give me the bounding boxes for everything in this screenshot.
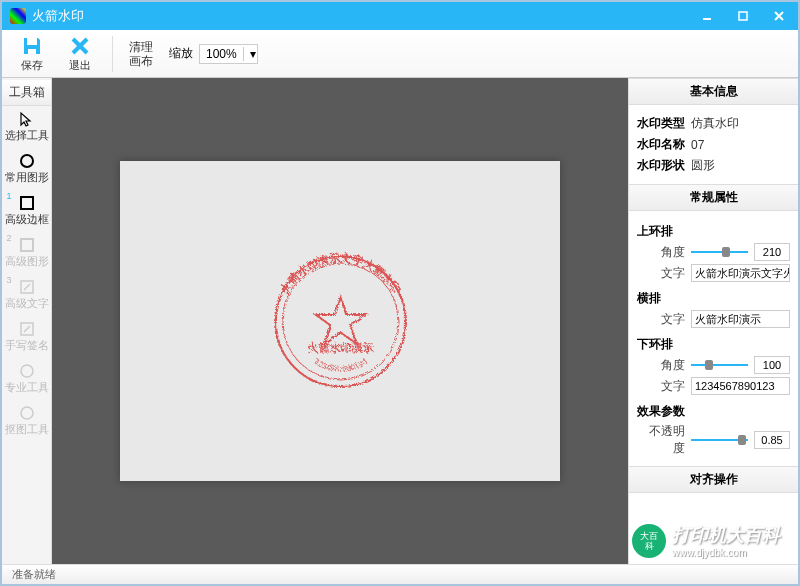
top-angle-input[interactable]: 210 bbox=[754, 243, 790, 261]
top-text-input[interactable]: 火箭水印演示文字火箭水印 bbox=[691, 264, 790, 282]
tool-common-shapes[interactable]: 常用图形 bbox=[3, 148, 51, 190]
wm-type-label: 水印类型 bbox=[637, 115, 691, 132]
align-ops-header: 对齐操作 bbox=[629, 466, 798, 493]
status-bar: 准备就绪 bbox=[2, 564, 798, 584]
svg-text:火箭水印演示: 火箭水印演示 bbox=[307, 341, 373, 354]
svg-line-12 bbox=[24, 284, 30, 290]
horiz-text-input[interactable]: 火箭水印演示 bbox=[691, 310, 790, 328]
opacity-slider[interactable] bbox=[691, 432, 748, 448]
tool-advanced-text[interactable]: 3 高级文字 bbox=[3, 274, 51, 316]
title-bar: 火箭水印 bbox=[2, 2, 798, 30]
toolbar-separator bbox=[112, 36, 113, 72]
toolbox: 工具箱 选择工具 常用图形 1 高级边框 2 高级图形 3 bbox=[2, 78, 52, 564]
top-ring-group: 上环排 bbox=[637, 223, 790, 240]
bottom-text-input[interactable]: 1234567890123 bbox=[691, 377, 790, 395]
circle-icon bbox=[19, 153, 35, 169]
toolbar: 保存 退出 清理 画布 缩放 100% ▾ bbox=[2, 30, 798, 78]
svg-rect-10 bbox=[21, 239, 33, 251]
top-text-label: 文字 bbox=[645, 265, 685, 282]
basic-info-header: 基本信息 bbox=[629, 78, 798, 105]
tool-advanced-border[interactable]: 1 高级边框 bbox=[3, 190, 51, 232]
svg-point-16 bbox=[21, 407, 33, 419]
shape-icon bbox=[19, 237, 35, 253]
canvas[interactable]: 火箭水印演示文字火箭水印 火箭水印演示 1234567890123 bbox=[120, 161, 560, 481]
text-icon bbox=[19, 279, 35, 295]
exit-label: 退出 bbox=[69, 58, 91, 73]
stamp-preview[interactable]: 火箭水印演示文字火箭水印 火箭水印演示 1234567890123 bbox=[260, 241, 420, 401]
opacity-input[interactable]: 0.85 bbox=[754, 431, 790, 449]
svg-point-18 bbox=[282, 263, 398, 379]
square-icon bbox=[19, 195, 35, 211]
bottom-angle-slider[interactable] bbox=[691, 357, 748, 373]
svg-text:1234567890123: 1234567890123 bbox=[312, 356, 369, 373]
tool-signature[interactable]: 手写签名 bbox=[3, 316, 51, 358]
zoom-value: 100% bbox=[200, 47, 243, 61]
effect-group: 效果参数 bbox=[637, 403, 790, 420]
bottom-angle-input[interactable]: 100 bbox=[754, 356, 790, 374]
chevron-down-icon: ▾ bbox=[243, 47, 257, 61]
wm-type-value: 仿真水印 bbox=[691, 115, 790, 132]
wm-name-label: 水印名称 bbox=[637, 136, 691, 153]
svg-rect-9 bbox=[21, 197, 33, 209]
bottom-text-label: 文字 bbox=[645, 378, 685, 395]
opacity-label: 不透明度 bbox=[645, 423, 685, 457]
horiz-group: 横排 bbox=[637, 290, 790, 307]
app-title: 火箭水印 bbox=[32, 7, 696, 25]
tool-advanced-shapes[interactable]: 2 高级图形 bbox=[3, 232, 51, 274]
top-angle-label: 角度 bbox=[645, 244, 685, 261]
pen-icon bbox=[19, 321, 35, 337]
canvas-area[interactable]: 火箭水印演示文字火箭水印 火箭水印演示 1234567890123 bbox=[52, 78, 628, 564]
tool-professional[interactable]: 专业工具 bbox=[3, 358, 51, 400]
zoom-label: 缩放 bbox=[169, 45, 193, 62]
maximize-button[interactable] bbox=[732, 6, 754, 26]
exit-icon bbox=[69, 35, 91, 57]
wm-shape-label: 水印形状 bbox=[637, 157, 691, 174]
status-text: 准备就绪 bbox=[12, 567, 56, 582]
palette-icon bbox=[19, 363, 35, 379]
svg-rect-1 bbox=[739, 12, 747, 20]
svg-point-15 bbox=[21, 365, 33, 377]
save-button[interactable]: 保存 bbox=[12, 32, 52, 76]
svg-line-14 bbox=[24, 326, 30, 332]
cursor-icon bbox=[19, 111, 35, 127]
svg-point-8 bbox=[21, 155, 33, 167]
save-icon bbox=[21, 35, 43, 57]
properties-panel: 基本信息 水印类型仿真水印 水印名称07 水印形状圆形 常规属性 上环排 角度 … bbox=[628, 78, 798, 564]
bottom-angle-label: 角度 bbox=[645, 357, 685, 374]
minimize-button[interactable] bbox=[696, 6, 718, 26]
wm-shape-value: 圆形 bbox=[691, 157, 790, 174]
zoom-select[interactable]: 100% ▾ bbox=[199, 44, 258, 64]
close-button[interactable] bbox=[768, 6, 790, 26]
horiz-text-label: 文字 bbox=[645, 311, 685, 328]
clear-canvas-button[interactable]: 清理 画布 bbox=[125, 40, 157, 68]
toolbox-header: 工具箱 bbox=[2, 80, 51, 106]
save-label: 保存 bbox=[21, 58, 43, 73]
bottom-ring-group: 下环排 bbox=[637, 336, 790, 353]
normal-props-header: 常规属性 bbox=[629, 184, 798, 211]
wm-name-value: 07 bbox=[691, 138, 790, 152]
tool-select[interactable]: 选择工具 bbox=[3, 106, 51, 148]
top-angle-slider[interactable] bbox=[691, 244, 748, 260]
svg-rect-5 bbox=[28, 49, 36, 54]
palette2-icon bbox=[19, 405, 35, 421]
svg-rect-4 bbox=[27, 38, 37, 45]
tool-cutout[interactable]: 抠图工具 bbox=[3, 400, 51, 442]
app-icon bbox=[10, 8, 26, 24]
exit-button[interactable]: 退出 bbox=[60, 32, 100, 76]
